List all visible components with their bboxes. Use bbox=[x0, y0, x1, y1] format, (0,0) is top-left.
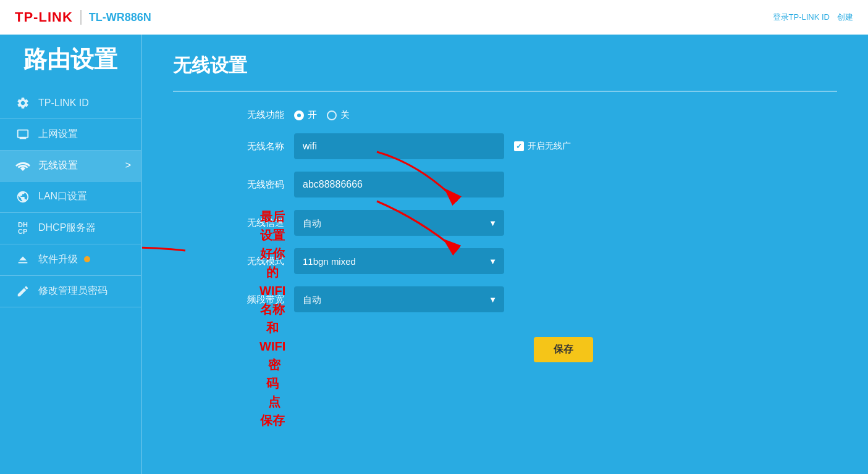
monitor-icon bbox=[15, 128, 31, 141]
model-name: TL-WR886N bbox=[89, 11, 151, 24]
save-button[interactable]: 保存 bbox=[534, 337, 593, 362]
upgrade-badge bbox=[84, 256, 90, 262]
channel-row: 无线信道 自动 1 2 3 bbox=[222, 210, 837, 236]
sidebar-item-wireless[interactable]: 无线设置 > bbox=[0, 151, 141, 181]
sidebar-title: 路由设置 bbox=[0, 47, 141, 73]
channel-label: 无线信道 bbox=[222, 217, 284, 229]
logo: TP-LINK TL-WR886N bbox=[15, 9, 151, 25]
bandwidth-row: 频段带宽 自动 20MHz 40MHz bbox=[222, 286, 837, 312]
ssid-input[interactable] bbox=[294, 133, 504, 159]
sidebar-item-upgrade-label: 软件升级 bbox=[38, 253, 90, 266]
bandwidth-select[interactable]: 自动 20MHz 40MHz bbox=[294, 286, 504, 312]
brand-name: TP-LINK bbox=[15, 9, 73, 25]
sidebar: 路由设置 TP-LINK ID 上网设置 bbox=[0, 35, 142, 474]
bandwidth-label: 频段带宽 bbox=[222, 294, 284, 306]
wireless-function-radios: 开 关 bbox=[294, 109, 350, 121]
settings-form: 无线功能 开 关 无线名称 开启无线广 bbox=[222, 109, 837, 312]
edit-icon bbox=[15, 285, 31, 298]
title-divider bbox=[173, 91, 837, 92]
sidebar-item-lan-label: LAN口设置 bbox=[38, 190, 87, 203]
ssid-label: 无线名称 bbox=[222, 141, 284, 152]
wireless-function-label: 无线功能 bbox=[222, 109, 284, 121]
password-label: 无线密码 bbox=[222, 179, 284, 191]
sidebar-item-wireless-label: 无线设置 bbox=[38, 159, 78, 172]
mode-select[interactable]: 11bgn mixed 11b only 11g only 11n only bbox=[294, 248, 504, 274]
sidebar-item-internet[interactable]: 上网设置 bbox=[0, 119, 141, 151]
wifi-icon bbox=[15, 159, 31, 172]
page-title: 无线设置 bbox=[173, 53, 837, 78]
header-links: 登录TP-LINK ID 创建 bbox=[773, 12, 853, 23]
broadcast-label: 开启无线广 bbox=[528, 141, 571, 152]
sidebar-item-admin-label: 修改管理员密码 bbox=[38, 285, 107, 297]
sidebar-item-upgrade[interactable]: 软件升级 bbox=[0, 244, 141, 276]
ssid-row: 无线名称 开启无线广 bbox=[222, 133, 837, 159]
lan-icon bbox=[15, 190, 31, 204]
create-link[interactable]: 创建 bbox=[837, 12, 853, 23]
radio-on-label: 开 bbox=[308, 109, 317, 121]
login-link[interactable]: 登录TP-LINK ID bbox=[773, 12, 830, 23]
wireless-chevron: > bbox=[125, 160, 131, 171]
gear-icon bbox=[15, 96, 31, 110]
mode-label: 无线模式 bbox=[222, 256, 284, 267]
sidebar-item-dhcp-label: DHCP服务器 bbox=[38, 222, 96, 235]
password-input[interactable] bbox=[294, 172, 504, 198]
radio-off-circle bbox=[327, 110, 337, 120]
password-row: 无线密码 bbox=[222, 172, 837, 198]
header: TP-LINK TL-WR886N 登录TP-LINK ID 创建 bbox=[0, 0, 868, 35]
upgrade-icon bbox=[15, 253, 31, 267]
radio-on-circle bbox=[294, 110, 304, 120]
mode-row: 无线模式 11bgn mixed 11b only 11g only 11n o… bbox=[222, 248, 837, 274]
dhcp-icon: DHCP bbox=[15, 222, 31, 235]
wireless-function-row: 无线功能 开 关 bbox=[222, 109, 837, 121]
logo-divider bbox=[80, 10, 82, 25]
main-content: 无线设置 最后设置好你的WIFI 名称和WIFI 密码 点保存 bbox=[142, 35, 868, 474]
bandwidth-select-wrapper: 自动 20MHz 40MHz bbox=[294, 286, 504, 312]
layout: 路由设置 TP-LINK ID 上网设置 bbox=[0, 35, 868, 474]
sidebar-item-tplink-id[interactable]: TP-LINK ID bbox=[0, 88, 141, 119]
broadcast-checkbox[interactable]: 开启无线广 bbox=[514, 141, 571, 152]
radio-off[interactable]: 关 bbox=[327, 109, 350, 121]
sidebar-item-lan[interactable]: LAN口设置 bbox=[0, 181, 141, 213]
radio-on[interactable]: 开 bbox=[294, 109, 317, 121]
broadcast-checkbox-box bbox=[514, 141, 524, 151]
radio-off-label: 关 bbox=[340, 109, 350, 121]
sidebar-item-admin[interactable]: 修改管理员密码 bbox=[0, 276, 141, 307]
arrow-left bbox=[142, 232, 192, 269]
channel-select-wrapper: 自动 1 2 3 bbox=[294, 210, 504, 236]
sidebar-item-dhcp[interactable]: DHCP DHCP服务器 bbox=[0, 213, 141, 244]
mode-select-wrapper: 11bgn mixed 11b only 11g only 11n only bbox=[294, 248, 504, 274]
sidebar-item-tplink-label: TP-LINK ID bbox=[38, 98, 89, 109]
sidebar-item-internet-label: 上网设置 bbox=[38, 128, 78, 141]
channel-select[interactable]: 自动 1 2 3 bbox=[294, 210, 504, 236]
